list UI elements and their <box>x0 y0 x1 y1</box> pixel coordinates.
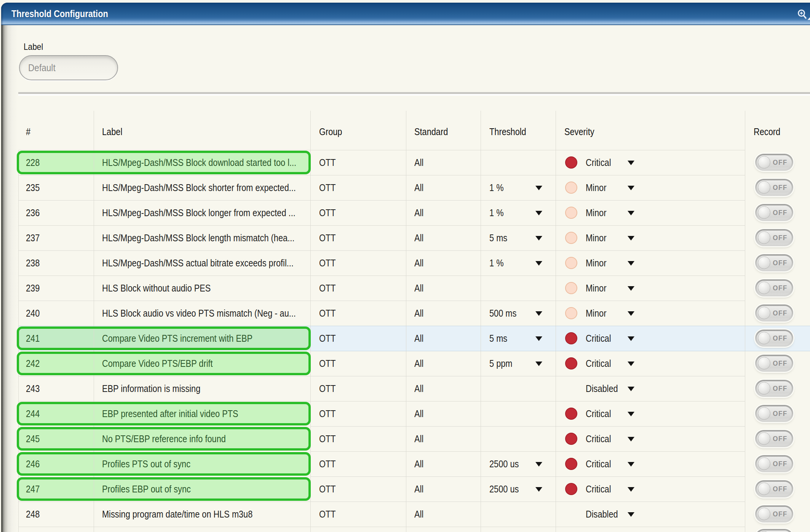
severity-dropdown-arrow-icon[interactable] <box>628 387 634 391</box>
record-toggle[interactable]: OFF <box>755 204 793 221</box>
severity-dropdown-arrow-icon[interactable] <box>628 161 634 165</box>
record-toggle[interactable]: OFF <box>755 279 793 296</box>
grid-horizontal <box>311 175 745 175</box>
severity-dropdown-arrow-icon[interactable] <box>628 211 634 215</box>
cell-threshold[interactable]: 2500 us <box>489 476 519 502</box>
severity-dropdown-arrow-icon[interactable] <box>628 487 634 492</box>
toggle-knob-icon <box>758 256 770 269</box>
table-row[interactable]: 247 Profiles EBP out of sync OTT All 250… <box>18 476 810 502</box>
cell-severity[interactable]: Critical <box>586 426 611 451</box>
cell-severity[interactable]: Minor <box>586 175 606 200</box>
threshold-dropdown-arrow-icon[interactable] <box>535 211 542 215</box>
table-row[interactable]: 244 EBP presented after initial video PT… <box>18 401 810 426</box>
threshold-dropdown-arrow-icon[interactable] <box>535 462 542 467</box>
threshold-dropdown-arrow-icon[interactable] <box>535 487 542 492</box>
cell-threshold[interactable]: 1 % <box>489 250 503 276</box>
record-toggle[interactable]: OFF <box>755 405 793 422</box>
cell-threshold[interactable]: 1 % <box>489 200 503 225</box>
record-toggle[interactable]: OFF <box>755 179 793 196</box>
grid-horizontal <box>311 426 745 427</box>
cell-threshold[interactable]: 500 ms <box>489 301 516 326</box>
column-header-label[interactable]: Label <box>102 126 122 137</box>
cell-severity[interactable]: Minor <box>586 225 606 250</box>
threshold-dropdown-arrow-icon[interactable] <box>535 311 542 316</box>
threshold-dropdown-arrow-icon[interactable] <box>535 186 542 190</box>
cell-severity[interactable]: Minor <box>586 250 606 276</box>
record-toggle[interactable]: OFF <box>755 529 793 532</box>
record-toggle[interactable]: OFF <box>755 430 793 447</box>
record-toggle[interactable]: OFF <box>755 355 793 372</box>
cell-severity[interactable]: Minor <box>586 200 606 225</box>
cell-severity[interactable]: Disabled <box>586 502 618 527</box>
column-header-severity[interactable]: Severity <box>564 126 594 137</box>
severity-dropdown-arrow-icon[interactable] <box>628 462 634 467</box>
column-header-num[interactable]: # <box>26 126 30 137</box>
severity-dropdown-arrow-icon[interactable] <box>628 186 634 190</box>
cell-standard: All <box>414 451 423 476</box>
threshold-dropdown-arrow-icon[interactable] <box>535 362 542 366</box>
table-row[interactable]: 246 Profiles PTS out of sync OTT All 250… <box>18 451 810 476</box>
threshold-dropdown-arrow-icon[interactable] <box>535 236 542 241</box>
cell-severity[interactable]: Minor <box>586 276 606 301</box>
column-header-threshold[interactable]: Threshold <box>489 126 526 137</box>
threshold-dropdown-arrow-icon[interactable] <box>535 261 542 266</box>
table-row[interactable]: 228 HLS/Mpeg-Dash/MSS Block download sta… <box>18 150 810 175</box>
record-toggle[interactable]: OFF <box>755 380 793 397</box>
cell-severity[interactable]: Critical <box>586 150 611 175</box>
toggle-off-label: OFF <box>773 356 787 370</box>
record-toggle[interactable]: OFF <box>755 505 793 522</box>
toggle-off-label: OFF <box>773 331 787 345</box>
severity-dropdown-arrow-icon[interactable] <box>628 437 634 441</box>
cell-severity[interactable]: Critical <box>586 351 611 376</box>
cell-threshold[interactable]: 5 ms <box>489 225 507 250</box>
cell-group: OTT <box>319 476 336 502</box>
column-header-group[interactable]: Group <box>319 126 342 137</box>
table-row[interactable]: 235 HLS/Mpeg-Dash/MSS Block shorter from… <box>18 175 810 200</box>
record-toggle[interactable]: OFF <box>755 480 793 497</box>
table-row[interactable]: 241 Compare Video PTS increment with EBP… <box>18 326 810 351</box>
table-row[interactable]: 237 HLS/Mpeg-Dash/MSS Block length misma… <box>18 225 810 250</box>
severity-dropdown-arrow-icon[interactable] <box>628 311 634 316</box>
cell-severity[interactable]: Minor <box>586 301 606 326</box>
severity-dot-icon <box>565 332 577 344</box>
record-toggle[interactable]: OFF <box>755 330 793 347</box>
record-toggle[interactable]: OFF <box>755 455 793 472</box>
severity-dropdown-arrow-icon[interactable] <box>628 286 634 291</box>
record-toggle[interactable]: OFF <box>755 304 793 322</box>
severity-dropdown-arrow-icon[interactable] <box>628 236 634 241</box>
table-row[interactable]: 239 HLS Block without audio PES OTT All … <box>18 276 810 301</box>
cell-severity[interactable]: Disabled <box>586 376 618 401</box>
cell-threshold[interactable]: 5 ppm <box>489 351 512 376</box>
cell-severity[interactable]: Critical <box>586 401 611 426</box>
severity-dropdown-arrow-icon[interactable] <box>628 261 634 266</box>
grid-horizontal <box>311 200 745 201</box>
record-toggle[interactable]: OFF <box>755 229 793 246</box>
toggle-knob-icon <box>758 457 770 470</box>
column-header-standard[interactable]: Standard <box>414 126 448 137</box>
column-header-record[interactable]: Record <box>754 126 780 137</box>
cell-severity[interactable]: Critical <box>586 451 611 476</box>
cell-threshold[interactable]: 5 ms <box>489 326 507 351</box>
table-row[interactable]: 240 HLS Block audio vs video PTS mismatc… <box>18 301 810 326</box>
cell-threshold[interactable]: 1 % <box>489 175 503 200</box>
cell-threshold[interactable]: 2500 us <box>489 451 519 476</box>
cell-standard: All <box>414 476 423 502</box>
table-row[interactable]: 242 Compare Video PTS/EBP drift OTT All … <box>18 351 810 376</box>
table-row[interactable]: 245 No PTS/EBP reference info found OTT … <box>18 426 810 451</box>
cell-severity[interactable]: Critical <box>586 476 611 502</box>
severity-dropdown-arrow-icon[interactable] <box>628 336 634 341</box>
threshold-dropdown-arrow-icon[interactable] <box>535 336 542 341</box>
table-row[interactable]: 243 EBP information is missing OTT All D… <box>18 376 810 401</box>
record-toggle[interactable]: OFF <box>755 254 793 271</box>
grid-horizontal <box>311 276 745 276</box>
severity-dropdown-arrow-icon[interactable] <box>628 362 634 366</box>
record-toggle[interactable]: OFF <box>755 154 793 171</box>
cell-severity[interactable]: Critical <box>586 326 611 351</box>
table-row[interactable]: 238 HLS/Mpeg-Dash/MSS actual bitrate exc… <box>18 250 810 276</box>
table-row[interactable]: 248 Missing program date/time on HLS m3u… <box>18 502 810 527</box>
label-input[interactable]: Default <box>19 55 118 80</box>
cropped-corner-icon <box>805 11 810 24</box>
table-row[interactable]: 236 HLS/Mpeg-Dash/MSS Block longer from … <box>18 200 810 225</box>
severity-dropdown-arrow-icon[interactable] <box>628 412 634 416</box>
severity-dropdown-arrow-icon[interactable] <box>628 512 634 517</box>
